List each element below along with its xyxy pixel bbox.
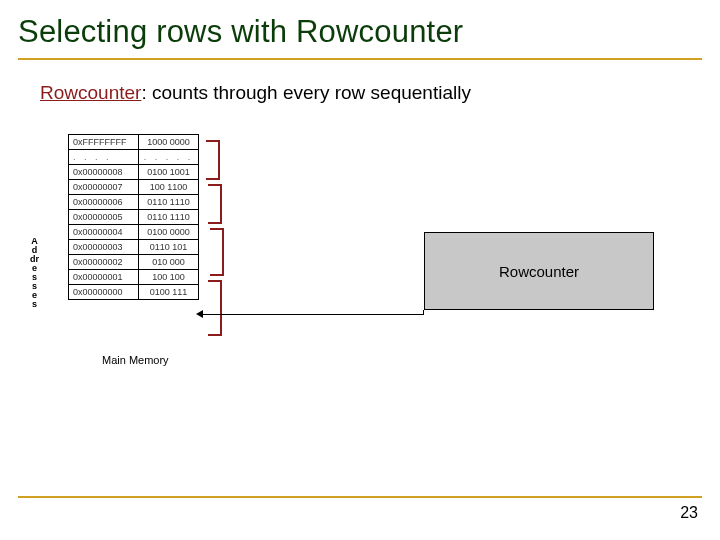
- main-memory-caption: Main Memory: [102, 354, 169, 366]
- table-row: 0x000000080100 1001: [69, 165, 199, 180]
- memory-data-dots: . . . . .: [139, 150, 199, 165]
- memory-data: 0110 1110: [139, 195, 199, 210]
- table-row: 0x000000030110 101: [69, 240, 199, 255]
- arrow-segment-horizontal: [202, 314, 424, 315]
- memory-table: 0xFFFFFFFF1000 0000 . . . .. . . . . 0x0…: [68, 134, 199, 300]
- memory-addr: 0x00000005: [69, 210, 139, 225]
- memory-addr: 0x00000002: [69, 255, 139, 270]
- slide-title: Selecting rows with Rowcounter: [18, 14, 463, 50]
- table-row: 0x000000050110 1110: [69, 210, 199, 225]
- table-row: 0x00000002010 000: [69, 255, 199, 270]
- memory-addr-dots: . . . .: [69, 150, 139, 165]
- table-row: 0xFFFFFFFF1000 0000: [69, 135, 199, 150]
- page-number: 23: [680, 504, 698, 522]
- memory-addr: 0x00000003: [69, 240, 139, 255]
- divider-bottom: [18, 496, 702, 498]
- memory-addr: 0x00000004: [69, 225, 139, 240]
- table-row: 0x00000007100 1100: [69, 180, 199, 195]
- memory-addr: 0x00000000: [69, 285, 139, 300]
- bracket-red-2: [208, 184, 222, 224]
- subtitle-keyword: Rowcounter: [40, 82, 141, 103]
- memory-data: 1000 0000: [139, 135, 199, 150]
- memory-addr: 0x00000001: [69, 270, 139, 285]
- addresses-vertical-label: Addresses: [30, 237, 39, 309]
- table-row-dots: . . . .. . . . .: [69, 150, 199, 165]
- memory-addr: 0x00000006: [69, 195, 139, 210]
- memory-data: 100 1100: [139, 180, 199, 195]
- bracket-red-3: [210, 228, 224, 276]
- table-row: 0x000000000100 111: [69, 285, 199, 300]
- rowcounter-box: Rowcounter: [424, 232, 654, 310]
- memory-data: 010 000: [139, 255, 199, 270]
- bracket-red-1: [206, 140, 220, 180]
- diagram: Addresses 0xFFFFFFFF1000 0000 . . . .. .…: [30, 132, 690, 472]
- memory-addr: 0x00000007: [69, 180, 139, 195]
- memory-addr: 0x00000008: [69, 165, 139, 180]
- memory-data: 0110 1110: [139, 210, 199, 225]
- memory-data: 0100 1001: [139, 165, 199, 180]
- divider-top: [18, 58, 702, 60]
- memory-data: 0100 111: [139, 285, 199, 300]
- table-row: 0x000000040100 0000: [69, 225, 199, 240]
- memory-data: 0100 0000: [139, 225, 199, 240]
- subtitle-rest: : counts through every row sequentially: [141, 82, 471, 103]
- memory-data: 100 100: [139, 270, 199, 285]
- table-row: 0x000000060110 1110: [69, 195, 199, 210]
- table-row: 0x00000001100 100: [69, 270, 199, 285]
- slide-subtitle: Rowcounter: counts through every row seq…: [40, 82, 471, 104]
- arrow-head-icon: [196, 310, 203, 318]
- rowcounter-label: Rowcounter: [499, 263, 579, 280]
- slide: Selecting rows with Rowcounter Rowcounte…: [0, 0, 720, 540]
- memory-addr: 0xFFFFFFFF: [69, 135, 139, 150]
- memory-data: 0110 101: [139, 240, 199, 255]
- bracket-red-4: [208, 280, 222, 336]
